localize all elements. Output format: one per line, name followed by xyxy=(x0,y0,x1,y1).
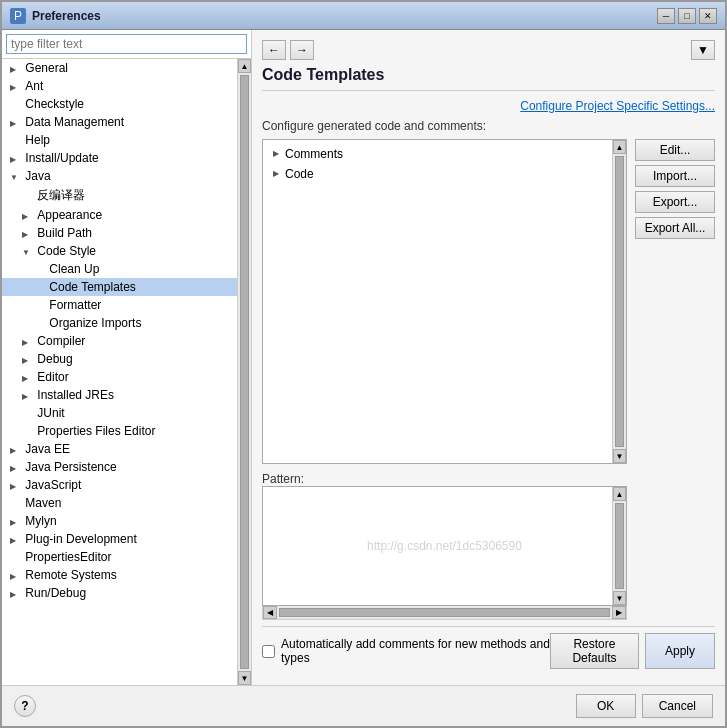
titlebar: P Preferences ─ □ ✕ xyxy=(2,2,725,30)
export-button[interactable]: Export... xyxy=(635,191,715,213)
tree-item-general[interactable]: General xyxy=(2,59,237,77)
scroll-thumb[interactable] xyxy=(240,75,249,669)
triangle-propfileseditor xyxy=(22,425,32,435)
close-button[interactable]: ✕ xyxy=(699,8,717,24)
tree-item-javaee[interactable]: Java EE xyxy=(2,440,237,458)
auto-comment-checkbox[interactable] xyxy=(262,645,275,658)
restore-defaults-button[interactable]: Restore Defaults xyxy=(550,633,639,669)
triangle-datamgmt xyxy=(10,119,20,129)
tree-item-java[interactable]: Java xyxy=(2,167,237,185)
configure-link[interactable]: Configure Project Specific Settings... xyxy=(262,99,715,113)
tree-item-compiler[interactable]: Compiler xyxy=(2,332,237,350)
tree-label-propfileseditor: Properties Files Editor xyxy=(37,424,155,438)
ok-button[interactable]: OK xyxy=(576,694,636,718)
dialog-actions: OK Cancel xyxy=(576,694,713,718)
triangle-junit xyxy=(22,407,32,417)
tree-item-appearance[interactable]: Appearance xyxy=(2,206,237,224)
apply-button[interactable]: Apply xyxy=(645,633,715,669)
pattern-scrollbar[interactable]: ▲ ▼ xyxy=(612,487,626,605)
left-panel: General Ant Checkstyle Dat xyxy=(2,30,252,685)
cancel-button[interactable]: Cancel xyxy=(642,694,713,718)
tree-item-remotesystems[interactable]: Remote Systems xyxy=(2,566,237,584)
tree-item-formatter[interactable]: Formatter xyxy=(2,296,237,314)
window-title: Preferences xyxy=(32,9,657,23)
template-scroll-up[interactable]: ▲ xyxy=(613,140,626,154)
tree-item-rundebug[interactable]: Run/Debug xyxy=(2,584,237,602)
pattern-scroll-down[interactable]: ▼ xyxy=(613,591,626,605)
template-tree-comments[interactable]: Comments xyxy=(267,144,608,164)
tree-item-debug[interactable]: Debug xyxy=(2,350,237,368)
tree-item-fanyiqi[interactable]: 反编译器 xyxy=(2,185,237,206)
pattern-scroll-up[interactable]: ▲ xyxy=(613,487,626,501)
tree-item-checkstyle[interactable]: Checkstyle xyxy=(2,95,237,113)
pattern-hscroll-thumb[interactable] xyxy=(279,608,610,617)
tree-content: General Ant Checkstyle Dat xyxy=(2,59,237,685)
nav-dropdown-button[interactable]: ▼ xyxy=(691,40,715,60)
triangle-debug xyxy=(22,356,32,366)
bottom-bar: Automatically add comments for new metho… xyxy=(262,626,715,675)
tree-item-editor[interactable]: Editor xyxy=(2,368,237,386)
tree-label-remotesystems: Remote Systems xyxy=(25,568,116,582)
tree-item-maven[interactable]: Maven xyxy=(2,494,237,512)
triangle-organizeimports xyxy=(34,317,44,327)
tree-item-javapersistence[interactable]: Java Persistence xyxy=(2,458,237,476)
tree-label-formatter: Formatter xyxy=(49,298,101,312)
tree-item-ant[interactable]: Ant xyxy=(2,77,237,95)
tree-item-propfileseditor[interactable]: Properties Files Editor xyxy=(2,422,237,440)
tree-item-installupdate[interactable]: Install/Update xyxy=(2,149,237,167)
tree-item-datamgmt[interactable]: Data Management xyxy=(2,113,237,131)
maximize-button[interactable]: □ xyxy=(678,8,696,24)
search-input[interactable] xyxy=(6,34,247,54)
template-tree-scrollbar[interactable]: ▲ ▼ xyxy=(612,140,626,463)
scroll-up-btn[interactable]: ▲ xyxy=(238,59,251,73)
nav-back-button[interactable]: ← xyxy=(262,40,286,60)
tree-item-codestyle[interactable]: Code Style xyxy=(2,242,237,260)
pattern-scroll-thumb[interactable] xyxy=(615,503,624,589)
tree-item-installedjres[interactable]: Installed JREs xyxy=(2,386,237,404)
main-content: General Ant Checkstyle Dat xyxy=(2,30,725,685)
auto-comment-area: Automatically add comments for new metho… xyxy=(262,637,550,665)
import-button[interactable]: Import... xyxy=(635,165,715,187)
template-label-code: Code xyxy=(285,167,314,181)
tree-item-propertieseditor2[interactable]: PropertiesEditor xyxy=(2,548,237,566)
template-tree-code[interactable]: Code xyxy=(267,164,608,184)
nav-forward-button[interactable]: → xyxy=(290,40,314,60)
tree-label-codestyle: Code Style xyxy=(37,244,96,258)
tree-label-datamgmt: Data Management xyxy=(25,115,124,129)
help-button[interactable]: ? xyxy=(14,695,36,717)
tree-item-help[interactable]: Help xyxy=(2,131,237,149)
scroll-down-btn[interactable]: ▼ xyxy=(238,671,251,685)
template-tree-area: Comments Code ▲ ▼ xyxy=(262,139,715,620)
tree-scroll-area: General Ant Checkstyle Dat xyxy=(2,59,251,685)
tree-item-mylyn[interactable]: Mylyn xyxy=(2,512,237,530)
tree-label-java: Java xyxy=(25,169,50,183)
tree-item-junit[interactable]: JUnit xyxy=(2,404,237,422)
triangle-editor xyxy=(22,374,32,384)
tree-item-plugindev[interactable]: Plug-in Development xyxy=(2,530,237,548)
tree-label-junit: JUnit xyxy=(37,406,64,420)
pattern-content[interactable] xyxy=(263,487,612,605)
tree-item-organizeimports[interactable]: Organize Imports xyxy=(2,314,237,332)
tree-label-installupdate: Install/Update xyxy=(25,151,98,165)
template-scroll-down[interactable]: ▼ xyxy=(613,449,626,463)
triangle-appearance xyxy=(22,212,32,222)
tree-label-rundebug: Run/Debug xyxy=(25,586,86,600)
tree-label-editor: Editor xyxy=(37,370,68,384)
triangle-mylyn xyxy=(10,518,20,528)
pattern-hscroll-left[interactable]: ◀ xyxy=(263,606,277,619)
tree-item-cleanup[interactable]: Clean Up xyxy=(2,260,237,278)
triangle-ant xyxy=(10,83,20,93)
template-scroll-thumb[interactable] xyxy=(615,156,624,447)
minimize-button[interactable]: ─ xyxy=(657,8,675,24)
pattern-hscroll-right[interactable]: ▶ xyxy=(612,606,626,619)
tree-item-javascript[interactable]: JavaScript xyxy=(2,476,237,494)
tree-item-codetemplates[interactable]: Code Templates xyxy=(2,278,237,296)
export-all-button[interactable]: Export All... xyxy=(635,217,715,239)
right-panel: ← → ▼ Code Templates Configure Project S… xyxy=(252,30,725,685)
template-label-comments: Comments xyxy=(285,147,343,161)
left-panel-scrollbar[interactable]: ▲ ▼ xyxy=(237,59,251,685)
edit-button[interactable]: Edit... xyxy=(635,139,715,161)
triangle-code xyxy=(273,169,283,179)
tree-item-buildpath[interactable]: Build Path xyxy=(2,224,237,242)
tree-label-javapersistence: Java Persistence xyxy=(25,460,116,474)
